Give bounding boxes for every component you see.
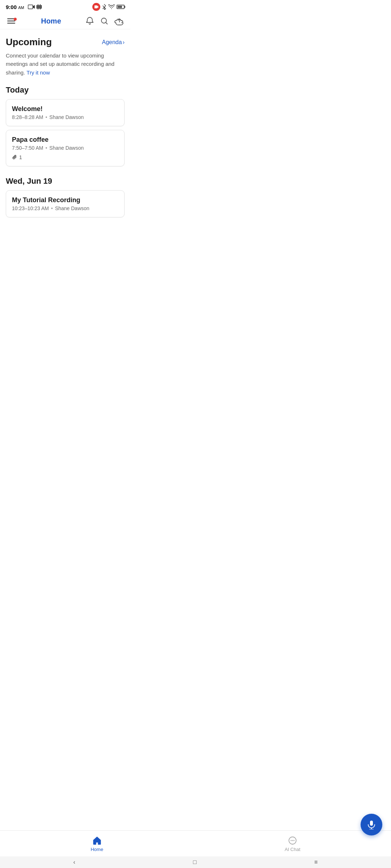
android-nav: ‹ □ ≡: [0, 856, 130, 868]
nav-bar: Home: [0, 13, 130, 29]
status-bar: 9:00 AM: [0, 0, 130, 13]
vibrate-icon: [37, 4, 42, 9]
upcoming-header: Upcoming Agenda ›: [6, 37, 125, 48]
back-button[interactable]: ‹: [73, 859, 75, 865]
menu-notification-dot: [14, 18, 17, 21]
nav-icons: [85, 17, 125, 25]
meeting-card-papa-coffee[interactable]: Papa coffee 7:50–7:50 AM • Shane Dawson …: [6, 130, 125, 166]
camera-icon: [28, 4, 35, 9]
home-nav-label: Home: [91, 847, 103, 852]
meeting-meta: 7:50–7:50 AM • Shane Dawson: [12, 145, 118, 151]
meeting-card-tutorial[interactable]: My Tutorial Recording 10:23–10:23 AM • S…: [6, 190, 125, 217]
main-content: Upcoming Agenda › Connect your calendar …: [0, 29, 130, 235]
clip-icon: [12, 154, 18, 160]
search-button[interactable]: [100, 17, 109, 25]
status-icons-left: [28, 4, 42, 9]
recording-badge: [92, 3, 100, 11]
battery-icon: [117, 5, 125, 9]
upload-button[interactable]: [114, 17, 125, 25]
notifications-button[interactable]: [85, 17, 94, 25]
wednesday-title: Wed, Jun 19: [6, 176, 125, 186]
meeting-badges: 1: [12, 154, 118, 160]
home-nav-icon: [92, 836, 102, 845]
try-it-now-link[interactable]: Try it now: [26, 69, 50, 76]
meeting-host: Shane Dawson: [55, 205, 89, 211]
wifi-icon: [108, 4, 115, 9]
upcoming-description: Connect your calendar to view upcoming m…: [6, 51, 125, 77]
nav-title: Home: [41, 17, 61, 25]
meeting-title: Welcome!: [12, 105, 118, 113]
meeting-title: My Tutorial Recording: [12, 196, 118, 204]
today-title: Today: [6, 85, 125, 95]
meeting-host: Shane Dawson: [49, 114, 84, 120]
status-icons-right: [92, 3, 125, 11]
wednesday-section: Wed, Jun 19 My Tutorial Recording 10:23–…: [6, 176, 125, 217]
meeting-meta: 8:28–8:28 AM • Shane Dawson: [12, 114, 118, 120]
menu-button[interactable]: [6, 17, 17, 25]
badge-count: 1: [19, 154, 22, 160]
meeting-time: 8:28–8:28 AM: [12, 114, 43, 120]
meeting-card-welcome[interactable]: Welcome! 8:28–8:28 AM • Shane Dawson: [6, 99, 125, 126]
status-time: 9:00 AM: [6, 4, 24, 10]
bottom-nav: Home AI Chat: [0, 830, 130, 856]
meeting-title: Papa coffee: [12, 136, 118, 144]
upcoming-title: Upcoming: [6, 37, 52, 48]
meeting-time: 7:50–7:50 AM: [12, 145, 43, 151]
meeting-time: 10:23–10:23 AM: [12, 205, 49, 211]
meeting-host: Shane Dawson: [49, 145, 84, 151]
today-section: Today Welcome! 8:28–8:28 AM • Shane Daws…: [6, 85, 125, 166]
agenda-link[interactable]: Agenda ›: [102, 39, 125, 46]
svg-rect-0: [28, 5, 33, 9]
badge-item: 1: [12, 154, 22, 160]
bottom-nav-home[interactable]: Home: [82, 834, 112, 854]
svg-rect-1: [94, 5, 97, 8]
bluetooth-icon: [102, 4, 106, 10]
meeting-meta: 10:23–10:23 AM • Shane Dawson: [12, 205, 118, 211]
